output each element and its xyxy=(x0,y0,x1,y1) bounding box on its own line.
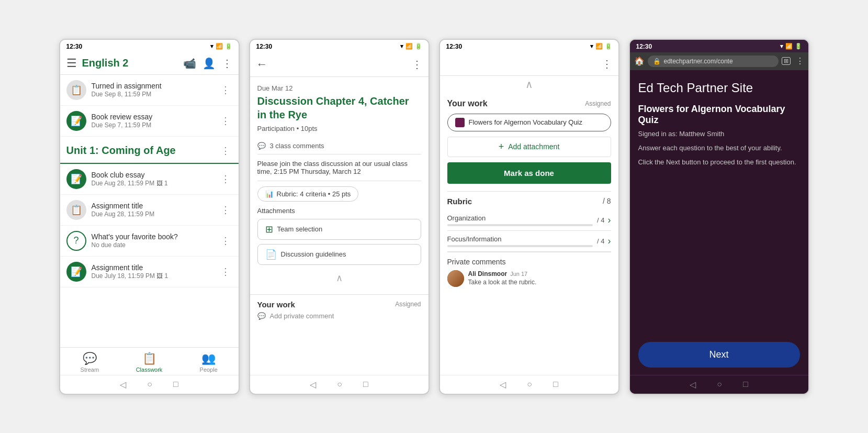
more-vert-s2[interactable]: ⋮ xyxy=(412,58,422,71)
rubric-row-focus[interactable]: Focus/Information / 4 › xyxy=(447,231,611,252)
due-label: Due Mar 12 xyxy=(257,84,421,92)
s3-content-area: ∧ Your work Assigned Flowers for Algerno… xyxy=(440,76,618,375)
comments-row[interactable]: 💬 3 class comments xyxy=(257,138,421,154)
private-comment-row[interactable]: 💬 Add private comment xyxy=(257,312,421,320)
assigned-badge-s2: Assigned xyxy=(395,301,421,308)
back-btn-android-4[interactable]: ◁ xyxy=(690,380,696,390)
battery-icon-3: 🔋 xyxy=(605,43,612,50)
s2-main-content: Due Mar 12 Discussion Chapter 4, Catcher… xyxy=(250,77,429,294)
wifi-icon-3: ▾ xyxy=(590,43,593,50)
discussion-guidelines-label: Discussion guidelines xyxy=(281,250,346,258)
back-button-s2[interactable]: ← xyxy=(256,58,268,71)
next-btn-container: Next xyxy=(630,335,808,375)
add-attachment-btn[interactable]: + Add attachment xyxy=(447,137,611,157)
more-btn-4[interactable]: ⋮ xyxy=(219,202,232,218)
rubric-org-label: Organization xyxy=(447,214,593,222)
android-nav-2: ◁ ○ □ xyxy=(250,375,429,394)
more-btn-3[interactable]: ⋮ xyxy=(219,171,232,187)
more-btn-1[interactable]: ⋮ xyxy=(219,82,232,98)
wifi-icon-1: ▾ xyxy=(210,43,213,50)
rubric-chip[interactable]: 📊 Rubric: 4 criteria • 25 pts xyxy=(257,186,359,202)
comment-author: Ali Dinsmoor xyxy=(468,270,508,277)
chevron-right-focus: › xyxy=(608,236,611,247)
more-btn-2[interactable]: ⋮ xyxy=(219,113,232,129)
nav-classwork[interactable]: 📋 Classwork xyxy=(119,352,179,373)
nav-people[interactable]: 👥 People xyxy=(179,352,239,373)
assignment-title-4: Assignment title xyxy=(92,202,219,210)
assignment-title-3: Book club essay xyxy=(92,171,219,179)
quiz-color-box xyxy=(455,118,465,127)
home-btn-android-3[interactable]: ○ xyxy=(527,380,532,390)
home-browser-btn[interactable]: 🏠 xyxy=(634,56,645,66)
assignment-item-4[interactable]: 📋 Assignment title Due Aug 28, 11:59 PM … xyxy=(60,195,239,226)
more-btn-5[interactable]: ⋮ xyxy=(219,233,232,249)
home-btn-android-1[interactable]: ○ xyxy=(147,380,152,390)
more-vert-browser[interactable]: ⋮ xyxy=(796,56,804,66)
rubric-section-s3: Rubric / 8 Organization / 4 › xyxy=(447,191,611,252)
bottom-nav: 💬 Stream 📋 Classwork 👥 People xyxy=(60,347,239,375)
quiz-chip-s3[interactable]: Flowers for Algernon Vocabulary Quiz xyxy=(447,114,611,131)
assignment-item-5[interactable]: ? What's your favorite book? No due date… xyxy=(60,226,239,257)
recents-btn-android-3[interactable]: □ xyxy=(553,380,558,390)
next-button[interactable]: Next xyxy=(638,342,800,368)
assignment-item-1[interactable]: 📋 Turned in assignment Due Sep 8, 11:59 … xyxy=(60,75,239,106)
recents-btn-android-2[interactable]: □ xyxy=(363,380,368,390)
quiz-title-s4: Flowers for Algernon Vocabulary Quiz xyxy=(638,104,800,126)
back-btn-android-2[interactable]: ◁ xyxy=(310,380,316,390)
video-icon[interactable]: 📹 xyxy=(183,57,196,70)
mark-done-button[interactable]: Mark as done xyxy=(447,162,611,184)
assignment-item-3[interactable]: 📝 Book club essay Due Aug 28, 11:59 PM 🖼… xyxy=(60,164,239,195)
tab-count[interactable]: ⊞ xyxy=(782,57,791,65)
assignments-list: 📋 Turned in assignment Due Sep 8, 11:59 … xyxy=(60,75,239,347)
classwork-label: Classwork xyxy=(136,367,163,373)
rubric-org-content: Organization xyxy=(447,214,593,226)
attachment-team-selection[interactable]: ⊞ Team selection xyxy=(257,219,421,240)
wifi-icon-2: ▾ xyxy=(400,43,403,50)
assignment-icon-5: ? xyxy=(66,231,86,251)
recents-btn-android-1[interactable]: □ xyxy=(173,380,178,390)
home-btn-android-4[interactable]: ○ xyxy=(717,380,722,390)
assignment-title-6: Assignment title xyxy=(92,263,219,272)
screen3-phone: 12:30 ▾ 📶 🔋 ⋮ ∧ Your work Assigned Flowe… xyxy=(439,39,619,395)
section-more-btn[interactable]: ⋮ xyxy=(219,143,232,159)
status-icons-3: ▾ 📶 🔋 xyxy=(590,43,612,50)
assigned-badge-s3: Assigned xyxy=(585,100,611,107)
android-nav-4: ◁ ○ □ xyxy=(630,375,808,394)
rubric-title-s3: Rubric xyxy=(447,197,472,206)
battery-icon-2: 🔋 xyxy=(415,43,422,50)
chevron-right-org: › xyxy=(608,215,611,226)
hamburger-icon[interactable]: ☰ xyxy=(66,57,77,70)
back-btn-android-1[interactable]: ◁ xyxy=(120,380,126,390)
more-btn-6[interactable]: ⋮ xyxy=(219,264,232,280)
status-icons-4: ▾ 📶 🔋 xyxy=(780,43,802,50)
rubric-header-s3: Rubric / 8 xyxy=(447,197,611,206)
back-btn-android-3[interactable]: ◁ xyxy=(500,380,506,390)
s3-header: ⋮ xyxy=(440,52,618,76)
assignment-big-title: Discussion Chapter 4, Catcher in the Rye xyxy=(257,94,421,121)
person-add-icon[interactable]: 👤 xyxy=(202,57,216,70)
rubric-focus-bars xyxy=(447,245,593,247)
attachment-discussion-guidelines[interactable]: 📄 Discussion guidelines xyxy=(257,244,421,265)
android-nav-1: ◁ ○ □ xyxy=(60,375,239,394)
stream-label: Stream xyxy=(81,367,99,373)
rubric-row-organization[interactable]: Organization / 4 › xyxy=(447,210,611,231)
your-work-header-s2: Your work Assigned xyxy=(257,300,421,309)
nav-stream[interactable]: 💬 Stream xyxy=(60,352,120,373)
assignment-title-1: Turned in assignment xyxy=(92,82,219,90)
wifi-icon-4: ▾ xyxy=(780,43,783,50)
stream-icon: 💬 xyxy=(83,352,97,365)
status-bar-4: 12:30 ▾ 📶 🔋 xyxy=(630,40,808,52)
assignment-item-2[interactable]: 📝 Book review essay Due Sep 7, 11:59 PM … xyxy=(60,106,239,137)
home-btn-android-2[interactable]: ○ xyxy=(337,380,342,390)
more-vert-s3[interactable]: ⋮ xyxy=(602,58,612,70)
assignment-icon-6: 📝 xyxy=(66,262,86,282)
assignment-icon-4: 📋 xyxy=(66,200,86,220)
assignment-item-6[interactable]: 📝 Assignment title Due July 18, 11:59 PM… xyxy=(60,257,239,287)
url-text: edtechpartner.com/conte xyxy=(664,58,733,65)
url-bar[interactable]: 🔒 edtechpartner.com/conte xyxy=(648,55,779,67)
status-icons-1: ▾ 📶 🔋 xyxy=(210,43,232,50)
scroll-hint-s2: ∧ xyxy=(257,269,421,287)
recents-btn-android-4[interactable]: □ xyxy=(743,380,748,390)
comment-row: Ali Dinsmoor Jun 17 Take a look at the r… xyxy=(447,270,611,287)
more-vert-icon-header[interactable]: ⋮ xyxy=(222,57,232,70)
